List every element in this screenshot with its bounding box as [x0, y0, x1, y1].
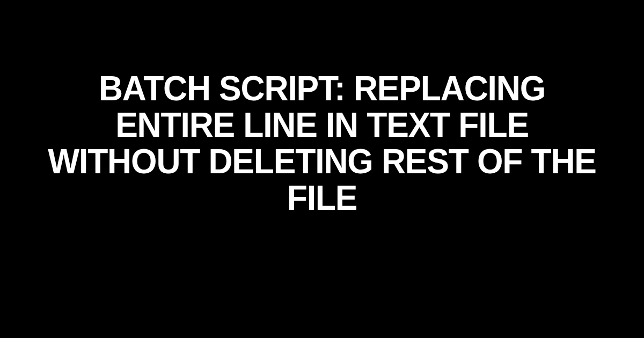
page-title: BATCH SCRIPT: REPLACING ENTIRE LINE IN T… — [13, 70, 631, 217]
